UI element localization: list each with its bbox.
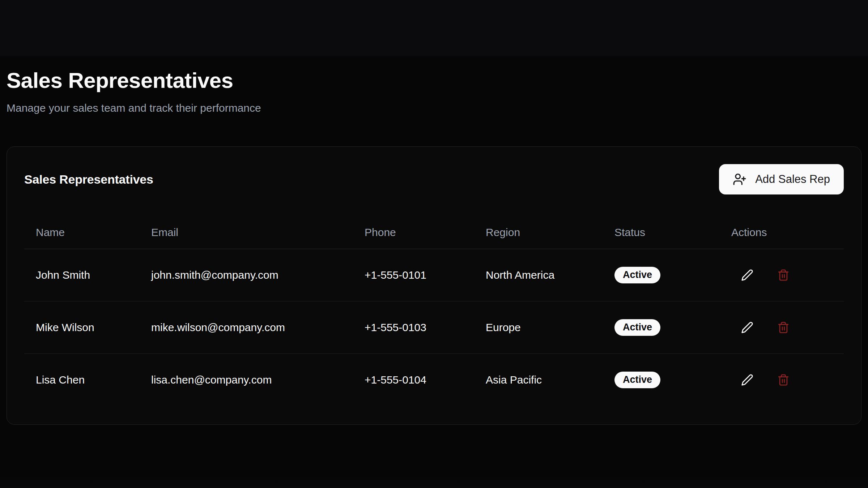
- row-actions: [731, 372, 832, 388]
- user-plus-icon: [733, 172, 746, 186]
- page-title: Sales Representatives: [7, 0, 861, 93]
- add-sales-rep-button-label: Add Sales Rep: [755, 173, 830, 186]
- cell-region: Europe: [474, 301, 603, 354]
- cell-phone: +1-555-0103: [353, 301, 474, 354]
- column-header-name: Name: [24, 216, 140, 249]
- delete-button[interactable]: [775, 372, 791, 388]
- table-row: John Smith john.smith@company.com +1-555…: [24, 249, 844, 301]
- delete-button[interactable]: [775, 320, 791, 335]
- table-row: Lisa Chen lisa.chen@company.com +1-555-0…: [24, 354, 844, 406]
- status-badge: Active: [614, 372, 660, 388]
- cell-email: mike.wilson@company.com: [140, 301, 353, 354]
- status-badge: Active: [614, 319, 660, 336]
- card-title: Sales Representatives: [24, 172, 153, 187]
- page-container: Sales Representatives Manage your sales …: [0, 0, 868, 425]
- row-actions: [731, 267, 832, 283]
- trash-icon: [777, 374, 790, 386]
- add-sales-rep-button[interactable]: Add Sales Rep: [719, 164, 844, 194]
- column-header-status: Status: [603, 216, 720, 249]
- trash-icon: [777, 321, 790, 334]
- cell-email: lisa.chen@company.com: [140, 354, 353, 406]
- edit-button[interactable]: [739, 320, 755, 335]
- delete-button[interactable]: [775, 267, 791, 283]
- row-actions: [731, 320, 832, 335]
- page-subtitle: Manage your sales team and track their p…: [7, 102, 861, 115]
- edit-button[interactable]: [739, 267, 755, 283]
- table-row: Mike Wilson mike.wilson@company.com +1-5…: [24, 301, 844, 354]
- cell-name: John Smith: [24, 249, 140, 301]
- sales-reps-card: Sales Representatives Add Sales Rep: [7, 146, 861, 425]
- pencil-icon: [741, 374, 753, 386]
- trash-icon: [777, 269, 790, 281]
- cell-region: Asia Pacific: [474, 354, 603, 406]
- pencil-icon: [741, 321, 753, 334]
- pencil-icon: [741, 269, 753, 281]
- cell-name: Mike Wilson: [24, 301, 140, 354]
- cell-name: Lisa Chen: [24, 354, 140, 406]
- column-header-phone: Phone: [353, 216, 474, 249]
- column-header-actions: Actions: [720, 216, 844, 249]
- status-badge: Active: [614, 267, 660, 283]
- column-header-email: Email: [140, 216, 353, 249]
- cell-region: North America: [474, 249, 603, 301]
- card-header: Sales Representatives Add Sales Rep: [24, 164, 844, 194]
- cell-phone: +1-555-0101: [353, 249, 474, 301]
- column-header-region: Region: [474, 216, 603, 249]
- edit-button[interactable]: [739, 372, 755, 388]
- table-header: Name Email Phone Region Status Actions: [24, 216, 844, 249]
- sales-reps-table: Name Email Phone Region Status Actions J…: [24, 216, 844, 406]
- cell-phone: +1-555-0104: [353, 354, 474, 406]
- cell-email: john.smith@company.com: [140, 249, 353, 301]
